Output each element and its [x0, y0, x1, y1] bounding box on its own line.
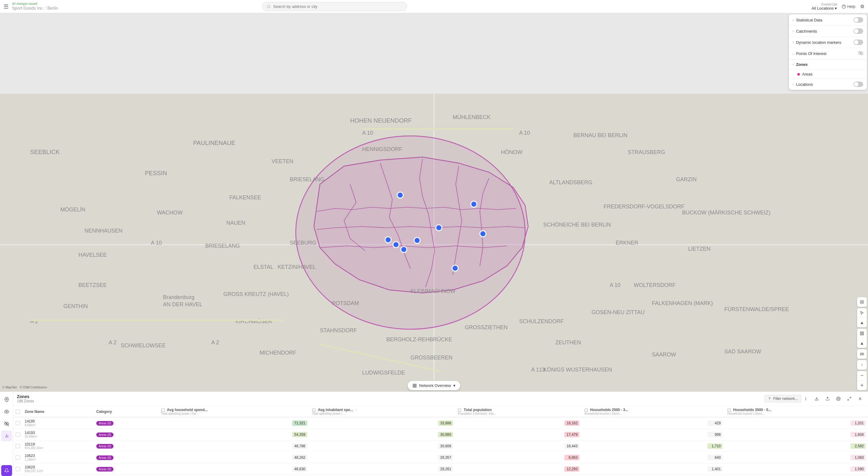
svg-point-8 — [397, 192, 403, 198]
svg-text:WACHOW: WACHOW — [157, 210, 183, 216]
svg-line-1 — [270, 7, 270, 8]
map-container: SEEBLICK PESSIN PAULINENAUE HOHEN NEUEND… — [0, 13, 434, 238]
brand-info: All changes saved! Sport Goods Inc. / Be… — [12, 2, 58, 11]
svg-text:NAUEN: NAUEN — [226, 220, 245, 226]
svg-text:MÖGELÍN: MÖGELÍN — [60, 207, 85, 213]
map-svg: SEEBLICK PESSIN PAULINENAUE HOHEN NEUEND… — [0, 13, 434, 238]
svg-text:VEETEN: VEETEN — [272, 158, 293, 164]
svg-text:PAULINENAUE: PAULINENAUE — [193, 140, 236, 146]
svg-text:HENNIGSDORF: HENNIGSDORF — [362, 146, 402, 152]
svg-text:SEEBLICK: SEEBLICK — [30, 149, 60, 155]
svg-text:PESSIN: PESSIN — [145, 170, 167, 176]
search-input[interactable] — [273, 4, 403, 9]
saved-status: All changes saved! — [12, 2, 58, 6]
svg-point-0 — [267, 5, 270, 7]
app-header: ☰ All changes saved! Sport Goods Inc. / … — [0, 0, 434, 13]
svg-text:NENNHAUSEN: NENNHAUSEN — [85, 228, 123, 234]
svg-text:BRIESELANG: BRIESELANG — [290, 176, 324, 182]
menu-icon[interactable]: ☰ — [4, 3, 8, 10]
svg-text:A 10: A 10 — [362, 130, 373, 136]
svg-text:HOHEN NEUENDORF: HOHEN NEUENDORF — [350, 117, 412, 124]
search-icon — [267, 4, 271, 9]
svg-text:FALKENSEE: FALKENSEE — [229, 195, 261, 201]
search-bar[interactable] — [262, 2, 407, 11]
app-title: Sport Goods Inc. / Berlin — [12, 6, 58, 11]
